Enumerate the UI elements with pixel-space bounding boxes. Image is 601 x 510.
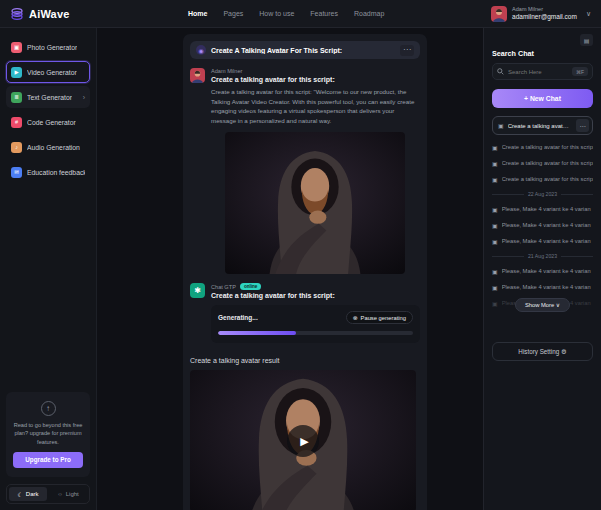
- sidebar-item-photo-generator[interactable]: ▣ Photo Generator: [6, 36, 90, 58]
- main-area: ◉ Create A Talking Avatar For This Scrip…: [97, 28, 483, 510]
- chat-icon: ▣: [492, 284, 498, 291]
- result-label: Create a talking avatar result: [190, 357, 420, 364]
- status-badge: online: [240, 283, 262, 290]
- chat-list-item[interactable]: ▣ Please, Make 4 variant ke 4 varian: [492, 263, 593, 279]
- progress-fill: [218, 331, 296, 335]
- chat-list-item[interactable]: ▣ Please, Make 4 variant ke 4 varian: [492, 233, 593, 249]
- sidebar-item-label: Video Generator: [27, 69, 77, 76]
- chat-list-item[interactable]: ▣ Please, Make 4 variant ke 4 varian: [492, 279, 593, 295]
- chat-icon: ▣: [492, 144, 498, 151]
- chevron-right-icon: ›: [83, 94, 85, 101]
- sidebar-item-text-generator[interactable]: ≣ Text Generator ›: [6, 86, 90, 108]
- photo-generator-icon: ▣: [11, 42, 22, 53]
- play-overlay: ▶: [190, 370, 416, 510]
- play-button[interactable]: ▶: [287, 425, 319, 457]
- search-chat-heading: Search Chat: [492, 49, 593, 58]
- text-generator-icon: ≣: [11, 92, 22, 103]
- result-video-thumbnail[interactable]: ▶: [190, 370, 416, 510]
- collapse-sidebar-icon[interactable]: ▤: [580, 34, 593, 46]
- search-box[interactable]: ⌘F: [492, 63, 593, 80]
- prompt-reference-image: [225, 132, 405, 274]
- chatgpt-avatar-icon: ✱: [190, 283, 205, 298]
- message-body: Adam Milner Create a talking avatar for …: [211, 68, 420, 274]
- chat-icon: ▣: [492, 238, 498, 245]
- sidebar-item-audio-generation[interactable]: ♪ Audio Generation: [6, 136, 90, 158]
- stop-circle-icon: ⊗: [353, 315, 358, 321]
- chat-icon: ▣: [492, 176, 498, 183]
- date-divider: 22 Aug 2023: [492, 191, 593, 197]
- chat-list-item[interactable]: ▣ Please, Make 4 variant ke 4 varian: [492, 201, 593, 217]
- user-info: Adam Milner adamilner@gmail.com: [512, 6, 577, 21]
- upgrade-text: Read to go beyond this free plan? upgrad…: [13, 421, 83, 446]
- theme-dark-label: Dark: [26, 491, 39, 497]
- search-input[interactable]: [508, 69, 568, 75]
- bot-name: Chat GTP: [211, 284, 236, 290]
- user-email: adamilner@gmail.com: [512, 13, 577, 21]
- chat-list-item[interactable]: ▣ Create a talking avatar for this scrip: [492, 155, 593, 171]
- user-message: Adam Milner Create a talking avatar for …: [190, 68, 420, 274]
- search-icon: [497, 68, 504, 75]
- tools-sidebar: ▣ Photo Generator ▶ Video Generator ≣ Te…: [0, 28, 97, 510]
- chat-icon: ▣: [492, 222, 498, 229]
- audio-generation-icon: ♪: [11, 142, 22, 153]
- theme-light-label: Light: [66, 491, 79, 497]
- sun-icon: ☼: [57, 491, 63, 497]
- bot-name-row: Chat GTP online: [211, 283, 420, 290]
- education-feedback-icon: ✉: [11, 167, 22, 178]
- date-divider: 21 Aug 2023: [492, 253, 593, 259]
- theme-dark-button[interactable]: ☾ Dark: [9, 487, 47, 501]
- chevron-down-icon: ∨: [586, 10, 591, 18]
- message-heading: Create a talking avatar for this script:: [211, 76, 420, 83]
- chat-history-sidebar: ▤ Search Chat ⌘F + New Chat ▣ Create a t…: [483, 28, 601, 510]
- pause-label: Pause generating: [361, 315, 406, 321]
- user-avatar: [491, 6, 507, 22]
- upgrade-to-pro-button[interactable]: Upgrade to Pro: [13, 452, 83, 468]
- user-name: Adam Milner: [512, 6, 577, 13]
- logo[interactable]: AiWave: [10, 7, 170, 21]
- sidebar-item-label: Code Generator: [27, 119, 76, 126]
- chat-icon: ▣: [492, 206, 498, 213]
- nav-pages[interactable]: Pages: [223, 10, 243, 17]
- aiwave-logo-icon: [10, 7, 24, 21]
- theme-light-button[interactable]: ☼ Light: [49, 487, 87, 501]
- chat-menu-button[interactable]: ⋯: [400, 45, 414, 56]
- chat-icon: ▣: [492, 160, 498, 167]
- new-chat-button[interactable]: + New Chat: [492, 89, 593, 108]
- chat-title-bar: ◉ Create A Talking Avatar For This Scrip…: [190, 41, 420, 59]
- chat-icon: ▣: [498, 122, 504, 129]
- keyboard-shortcut-badge: ⌘F: [572, 67, 588, 76]
- nav-home[interactable]: Home: [188, 10, 207, 17]
- chat-list: ▣ Create a talking avatar for this scrip…: [492, 139, 593, 312]
- active-chat-item[interactable]: ▣ Create a talking avatar for this scrip…: [492, 116, 593, 135]
- main-nav: Home Pages How to use Features Roadmap: [188, 10, 384, 17]
- chat-icon: ▣: [492, 268, 498, 275]
- code-generator-icon: #: [11, 117, 22, 128]
- bot-message: ✱ Chat GTP online Create a talking avata…: [190, 283, 420, 343]
- chat-title-icon: ◉: [196, 45, 206, 55]
- active-chat-label: Create a talking avatar for this scrip: [508, 123, 572, 129]
- sidebar-item-code-generator[interactable]: # Code Generator: [6, 111, 90, 133]
- nav-how-to-use[interactable]: How to use: [259, 10, 294, 17]
- pause-generating-button[interactable]: ⊗ Pause generating: [346, 311, 413, 324]
- chat-title: Create A Talking Avatar For This Script:: [211, 47, 342, 54]
- video-generator-icon: ▶: [11, 67, 22, 78]
- progress-bar: [218, 331, 413, 335]
- chat-list-item[interactable]: ▣ Create a talking avatar for this scrip: [492, 171, 593, 187]
- message-text: Create a talking avatar for this script:…: [211, 87, 420, 125]
- chat-list-item[interactable]: ▣ Please, Make 4 variant ke 4 varian: [492, 217, 593, 233]
- upgrade-card: ↑ Read to go beyond this free plan? upgr…: [6, 392, 90, 477]
- user-menu[interactable]: Adam Milner adamilner@gmail.com ∨: [491, 6, 591, 22]
- chat-panel: ◉ Create A Talking Avatar For This Scrip…: [183, 34, 427, 510]
- chat-list-item[interactable]: ▣ Create a talking avatar for this scrip: [492, 139, 593, 155]
- nav-features[interactable]: Features: [310, 10, 338, 17]
- moon-icon: ☾: [17, 491, 22, 498]
- sidebar-item-education-feedback[interactable]: ✉ Education feedback: [6, 161, 90, 183]
- sidebar-item-video-generator[interactable]: ▶ Video Generator: [6, 61, 90, 83]
- chat-item-menu-button[interactable]: ⋯: [576, 119, 589, 132]
- nav-roadmap[interactable]: Roadmap: [354, 10, 384, 17]
- sidebar-item-label: Photo Generator: [27, 44, 77, 51]
- arrow-up-circle-icon: ↑: [41, 401, 56, 416]
- history-setting-button[interactable]: History Setting ⚙: [492, 342, 593, 361]
- show-more-button[interactable]: Show More ∨: [515, 298, 570, 312]
- message-body: Chat GTP online Create a talking avatar …: [211, 283, 420, 343]
